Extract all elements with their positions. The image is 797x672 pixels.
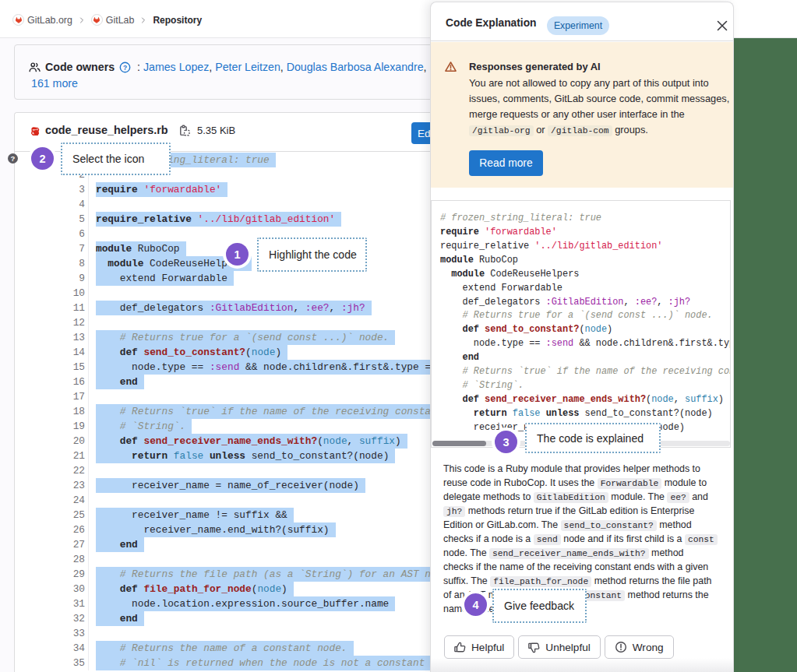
svg-text:?: ? [123, 63, 127, 71]
